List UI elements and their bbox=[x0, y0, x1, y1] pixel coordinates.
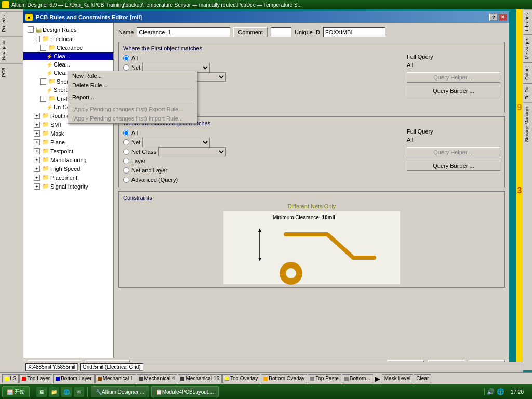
layer-tab-topoverlay[interactable]: Top Overlay bbox=[222, 374, 260, 383]
side-tab-libraries[interactable]: Libraries bbox=[523, 9, 532, 34]
radio-second-layer[interactable]: Layer bbox=[123, 156, 403, 166]
tree-clearance[interactable]: - 📁 Clearance bbox=[23, 43, 113, 52]
tree-testpoint[interactable]: + 📁 Testpoint bbox=[23, 147, 113, 155]
start-button[interactable]: 🪟 开始 bbox=[2, 386, 30, 397]
radio-second-netclass-input[interactable] bbox=[123, 149, 129, 155]
radio-second-all-input[interactable] bbox=[123, 130, 129, 136]
layer-tab-mechanical4[interactable]: Mechanical 4 bbox=[137, 374, 178, 383]
start-icon: 🪟 bbox=[7, 389, 13, 395]
unconn-icon: ⚡ bbox=[46, 104, 52, 110]
layer-tab-mechanical16[interactable]: Mechanical 16 bbox=[178, 374, 221, 383]
signalintegrity-label: Signal Integrity bbox=[50, 183, 88, 190]
tray-icon-1[interactable]: 🔊 bbox=[487, 388, 495, 395]
top-title: Altium Designer 6.9 — E:\Dxp_Keil\PCB Tr… bbox=[11, 2, 302, 8]
radio-first-all[interactable]: All bbox=[123, 54, 403, 63]
tree-electrical[interactable]: - 📁 Electrical bbox=[23, 34, 113, 43]
tree-mask[interactable]: + 📁 Mask bbox=[23, 129, 113, 138]
radio-second-advanced[interactable]: Advanced (Query) bbox=[123, 175, 403, 184]
tray-icon-2[interactable]: 🌐 bbox=[497, 388, 504, 395]
tree-highspeed[interactable]: + 📁 High Speed bbox=[23, 164, 113, 173]
side-tab-storage[interactable]: Storage Manager bbox=[523, 102, 532, 145]
where-first-title: Where the First object matches bbox=[123, 45, 500, 51]
expand-routing[interactable]: + bbox=[34, 113, 40, 119]
radio-second-netlayer[interactable]: Net and Layer bbox=[123, 166, 403, 175]
expand-plane[interactable]: + bbox=[34, 139, 40, 145]
expand-highspeed[interactable]: + bbox=[34, 166, 40, 172]
clea2-icon: ⚡ bbox=[46, 62, 52, 68]
tree-plane[interactable]: + 📁 Plane bbox=[23, 138, 113, 147]
layer-tab-bottomoverlay[interactable]: Bottom Overlay bbox=[261, 374, 307, 383]
mechanical4-dot bbox=[139, 377, 143, 381]
second-query-builder-button[interactable]: Query Builder ... bbox=[407, 161, 500, 171]
menu-delete-rule[interactable]: Delete Rule... bbox=[68, 81, 197, 90]
expand-testpoint[interactable]: + bbox=[34, 148, 40, 154]
second-netclass-select[interactable] bbox=[158, 147, 226, 156]
quicklaunch-2[interactable]: 📁 bbox=[49, 387, 59, 397]
expand-smt[interactable]: + bbox=[34, 122, 40, 128]
help-button[interactable]: ? bbox=[489, 14, 498, 21]
layer-tab-toppaste[interactable]: Top Paste bbox=[308, 374, 341, 383]
expand-clearance[interactable]: - bbox=[40, 45, 46, 51]
pcb-layout-taskbar[interactable]: 📋 Module4PCBLayout.... bbox=[151, 386, 219, 397]
second-net-select[interactable] bbox=[142, 138, 210, 147]
tree-signalintegrity[interactable]: + 📁 Signal Integrity bbox=[23, 182, 113, 191]
tree-clea2[interactable]: ⚡ Clea... bbox=[23, 60, 113, 69]
radio-second-net-input[interactable] bbox=[123, 139, 129, 145]
side-tab-pcb[interactable]: PCB bbox=[0, 64, 23, 81]
mask-level-btn[interactable]: Mask Level bbox=[382, 374, 414, 383]
quicklaunch-4[interactable]: ✉ bbox=[74, 387, 84, 397]
expand-unrouted[interactable]: - bbox=[40, 96, 46, 102]
menu-new-rule[interactable]: New Rule... bbox=[68, 71, 197, 81]
radio-second-netlayer-input[interactable] bbox=[123, 167, 129, 174]
constraints-panel: Constraints Different Nets Only Minimum … bbox=[118, 191, 505, 288]
layer-tab-mechanical1[interactable]: Mechanical 1 bbox=[95, 374, 136, 383]
side-tab-todo[interactable]: To-Do bbox=[523, 83, 532, 102]
layer-scroll-right[interactable]: ▶ bbox=[374, 374, 381, 383]
comment-input[interactable] bbox=[271, 27, 291, 37]
menu-report[interactable]: Report... bbox=[68, 92, 197, 102]
side-tab-output[interactable]: Output bbox=[523, 62, 532, 83]
expand-design-rules[interactable]: - bbox=[28, 26, 34, 33]
side-tab-navigator[interactable]: Navigator bbox=[0, 36, 23, 63]
quicklaunch-1[interactable]: 🖥 bbox=[36, 387, 47, 397]
close-button[interactable]: ✕ bbox=[499, 14, 507, 21]
radio-second-advanced-input[interactable] bbox=[123, 177, 129, 183]
first-full-query-value: All bbox=[407, 62, 500, 68]
expand-signalintegrity[interactable]: + bbox=[34, 183, 40, 190]
radio-second-netclass[interactable]: Net Class bbox=[123, 147, 403, 156]
radio-first-all-input[interactable] bbox=[123, 55, 129, 61]
radio-second-all[interactable]: All bbox=[123, 128, 403, 138]
name-input[interactable] bbox=[137, 27, 230, 37]
tree-manufacturing[interactable]: + 📁 Manufacturing bbox=[23, 155, 113, 164]
tree-clea1[interactable]: ⚡ Clea... bbox=[23, 52, 113, 60]
second-query-helper-button[interactable]: Query Helper ... bbox=[407, 147, 500, 157]
first-query-helper-button[interactable]: Query Helper ... bbox=[407, 72, 500, 83]
expand-mask[interactable]: + bbox=[34, 130, 40, 137]
radio-second-net[interactable]: Net bbox=[123, 138, 403, 147]
title-bar-buttons: ? ✕ bbox=[489, 14, 507, 21]
layer-tab-bottomlayer[interactable]: Bottom Layer bbox=[53, 374, 94, 383]
where-first-query-panel: Full Query All Query Helper ... Query Bu… bbox=[407, 54, 500, 110]
highspeed-icon: 📁 bbox=[42, 165, 49, 172]
altium-designer-taskbar[interactable]: 🔧 Altium Designer ... bbox=[91, 386, 149, 397]
first-query-builder-button[interactable]: Query Builder ... bbox=[407, 86, 500, 96]
expand-manufacturing[interactable]: + bbox=[34, 157, 40, 163]
expand-short[interactable]: - bbox=[40, 78, 46, 85]
radio-second-layer-input[interactable] bbox=[123, 158, 129, 164]
tree-design-rules[interactable]: - ▤ Design Rules bbox=[23, 25, 113, 34]
side-tab-projects[interactable]: Projects bbox=[0, 11, 23, 35]
layer-tab-toplayer[interactable]: Top Layer bbox=[19, 374, 52, 383]
expand-electrical[interactable]: - bbox=[34, 36, 40, 42]
tree-placement[interactable]: + 📁 Placement bbox=[23, 173, 113, 182]
quicklaunch-3[interactable]: 🌐 bbox=[61, 387, 72, 397]
expand-placement[interactable]: + bbox=[34, 175, 40, 181]
layer-tab-bottom[interactable]: Bottom... bbox=[342, 374, 373, 383]
comment-button[interactable]: Comment bbox=[233, 27, 268, 37]
rule-wizard-status[interactable]: LS bbox=[2, 374, 19, 383]
unique-id-input[interactable] bbox=[323, 27, 385, 37]
clear-btn[interactable]: Clear bbox=[414, 374, 431, 383]
side-tab-messages[interactable]: Messages bbox=[523, 34, 532, 62]
second-full-query-label: Full Query bbox=[407, 128, 500, 135]
manufacturing-icon: 📁 bbox=[42, 156, 49, 163]
radio-first-net-input[interactable] bbox=[123, 64, 129, 71]
